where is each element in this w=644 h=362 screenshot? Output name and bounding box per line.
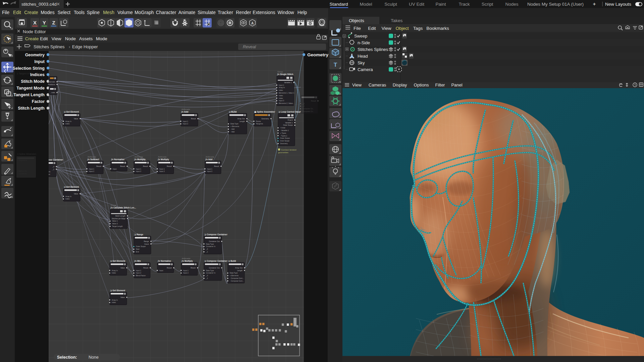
- svg-text:- Types,1: - Types,1: [280, 135, 287, 137]
- svg-text:Value: Value: [74, 118, 78, 120]
- svg-text:Points: Points: [256, 120, 261, 122]
- svg-text:- Add: - Add: [230, 131, 234, 133]
- svg-text:Takes: Takes: [391, 18, 403, 23]
- svg-text:Container Out: Container Out: [209, 240, 220, 242]
- svg-text:End: End: [136, 251, 139, 253]
- svg-text:Variable 1: Variable 1: [284, 81, 292, 83]
- svg-text:Simulate: Simulate: [198, 10, 216, 15]
- svg-text:Array Out: Array Out: [235, 267, 243, 269]
- svg-text:Help: Help: [298, 10, 307, 15]
- svg-text:Variable 1: Variable 1: [285, 122, 293, 124]
- svg-text:Value 2: Value 2: [112, 223, 118, 225]
- svg-text:Extensions: Extensions: [253, 10, 275, 15]
- svg-text:stitches_0003.c4d: stitches_0003.c4d: [21, 2, 57, 7]
- svg-text:Bookmarks: Bookmarks: [426, 26, 449, 31]
- svg-text:ƒx Calculate Stitch Len...: ƒx Calculate Stitch Len...: [110, 206, 136, 209]
- svg-text:UV Edit: UV Edit: [409, 2, 424, 7]
- svg-text:Input 1: Input 1: [159, 168, 165, 170]
- svg-text:Model: Model: [360, 2, 372, 7]
- svg-text:⊐ Get Element: ⊐ Get Element: [64, 186, 79, 188]
- svg-text:ƒx Multiply: ƒx Multiply: [181, 260, 193, 262]
- svg-text:Elements 1, Value 1: Elements 1, Value 1: [279, 92, 294, 94]
- svg-text:Array In: Array In: [65, 120, 71, 122]
- svg-text:⊐ Get Element: ⊐ Get Element: [110, 289, 125, 292]
- svg-text:Objects: Objects: [349, 18, 364, 23]
- svg-text:Data Type: Data Type: [206, 243, 214, 245]
- svg-text:+ Types: + Types: [280, 132, 286, 134]
- svg-text:Assets: Assets: [79, 36, 93, 41]
- svg-text:Compose Co...: Compose Co...: [303, 110, 314, 112]
- svg-text:_1: _1: [302, 105, 305, 107]
- svg-text:Tangents: Tangents: [256, 123, 263, 125]
- svg-text:Script: Script: [482, 2, 493, 7]
- svg-text:Input 2: Input 2: [89, 170, 94, 172]
- svg-text:- Compose Cont...: - Compose Cont...: [230, 277, 244, 279]
- svg-text:Input 2: Input 2: [183, 272, 189, 274]
- svg-text:Input 2: Input 2: [207, 170, 212, 172]
- svg-text:Input: Input: [113, 168, 117, 170]
- svg-text:⊐ Compose Container: ⊐ Compose Container: [204, 233, 227, 236]
- svg-text:Render: Render: [236, 10, 251, 15]
- svg-text:+ Elements: + Elements: [230, 275, 239, 277]
- svg-text:_1: _1: [52, 168, 54, 170]
- svg-text:▣ Spline Assembler: ▣ Spline Assembler: [254, 111, 275, 113]
- svg-text:Data Type: Data Type: [206, 269, 214, 272]
- svg-text:_1: _1: [206, 251, 208, 253]
- svg-text:Stitch Length: Stitch Length: [18, 106, 45, 111]
- svg-text:Result: Result: [120, 165, 125, 167]
- svg-text:Spline: Spline: [87, 10, 100, 15]
- svg-text:Arithmetic: Arithmetic: [182, 257, 191, 259]
- svg-text:- Add: - Add: [230, 128, 234, 130]
- svg-text:⊐ Build: ⊐ Build: [229, 111, 237, 113]
- svg-text:Compose Co...: Compose Co...: [303, 108, 314, 110]
- svg-text:ƒx Mix: ƒx Mix: [134, 260, 141, 262]
- svg-text:_0: _0: [206, 248, 208, 250]
- svg-text:Tangent Mode: Tangent Mode: [16, 86, 45, 90]
- svg-text:Result: Result: [167, 165, 172, 167]
- svg-text:Character: Character: [156, 10, 176, 15]
- svg-text:Edit: Edit: [13, 10, 21, 15]
- svg-text:Object: Object: [395, 26, 409, 31]
- svg-text:Indices: Indices: [30, 72, 45, 77]
- svg-text:Value: Value: [120, 267, 125, 269]
- svg-text:Array In: Array In: [65, 195, 71, 197]
- svg-text:Positions: Positions: [48, 83, 55, 85]
- svg-text:Tools: Tools: [74, 10, 85, 15]
- svg-text:View: View: [51, 36, 61, 41]
- svg-text:Group: Group: [111, 204, 116, 206]
- svg-text:Input 1: Input 1: [183, 120, 188, 122]
- svg-text:Head: Head: [358, 54, 368, 59]
- svg-text:Index: Index: [279, 95, 283, 97]
- svg-text:+ Elements: + Elements: [230, 125, 239, 127]
- svg-text:Stitch Length: Stitch Length: [115, 215, 125, 217]
- svg-text:Index: Index: [112, 272, 116, 274]
- svg-text:Options: Options: [414, 82, 429, 87]
- svg-text:Reveal: Reveal: [243, 45, 256, 49]
- svg-text:Z: Z: [52, 20, 55, 25]
- svg-text:Index: Index: [65, 198, 70, 200]
- svg-text:Normals: Normals: [49, 81, 55, 83]
- svg-text:⊐ Loop Carried Value: ⊐ Loop Carried Value: [278, 111, 301, 113]
- svg-text:Window: Window: [277, 10, 294, 15]
- svg-text:Sculpt: Sculpt: [384, 2, 397, 7]
- svg-text:Select: Select: [58, 10, 71, 15]
- svg-text:Tags: Tags: [413, 26, 423, 31]
- svg-text:Standard: Standard: [330, 2, 348, 7]
- svg-text:Paint: Paint: [436, 2, 446, 7]
- svg-text:Mesh: Mesh: [103, 10, 114, 15]
- svg-text:File: File: [2, 10, 10, 15]
- svg-text:Target Length: Target Length: [112, 225, 123, 227]
- svg-text:• Initial: • Initial: [280, 127, 285, 129]
- svg-text:Camera: Camera: [358, 67, 373, 72]
- svg-text:Arithmetic: Arithmetic: [181, 108, 190, 110]
- svg-text:Display: Display: [393, 82, 407, 87]
- svg-text:View: View: [352, 82, 362, 87]
- svg-text:⊐ Get Element: ⊐ Get Element: [64, 111, 79, 113]
- svg-text:Length: Length: [237, 269, 243, 272]
- svg-text:›: ›: [69, 44, 70, 49]
- svg-text:Array In: Array In: [279, 86, 285, 88]
- svg-text:⊐ Range: ⊐ Range: [134, 233, 144, 236]
- svg-text:Sky: Sky: [358, 60, 365, 65]
- svg-text:Arithmetic: Arithmetic: [206, 156, 214, 158]
- svg-text:Tangent Length: Tangent Length: [13, 93, 45, 97]
